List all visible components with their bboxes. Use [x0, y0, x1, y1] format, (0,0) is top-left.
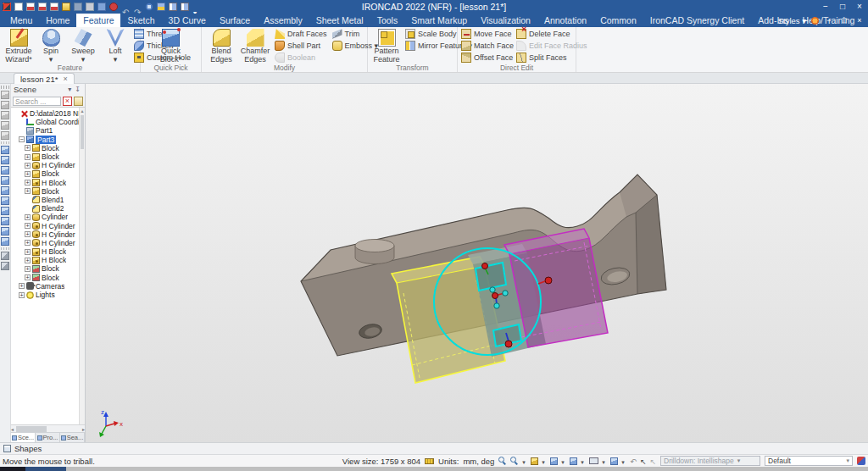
display-config-caret-icon[interactable] [602, 457, 607, 466]
panel-toggle-icon[interactable] [169, 3, 177, 11]
viewport-3d[interactable]: z x [86, 84, 868, 442]
render-mode-caret-icon[interactable] [561, 457, 566, 466]
triball-center-handle-1[interactable] [490, 287, 495, 292]
measure-tool-icon[interactable] [1, 262, 9, 270]
tree-expand-toggle[interactable] [13, 111, 19, 117]
shape-slab-icon[interactable] [1, 197, 9, 205]
triball-center[interactable] [492, 293, 498, 299]
tree-vertical-scrollbar[interactable]: ▴ [79, 108, 85, 424]
tree-item[interactable]: + Block [11, 264, 85, 273]
shape-hole-block-icon[interactable] [1, 217, 9, 225]
window-minimize-button[interactable]: − [817, 0, 834, 14]
tree-item[interactable]: + Block [11, 152, 85, 161]
menu-tab-sheet-metal[interactable]: Sheet Metal [309, 14, 370, 27]
config-icon[interactable] [857, 457, 865, 465]
tree-expand-toggle[interactable]: + [25, 214, 31, 220]
shaded-view-icon[interactable] [570, 457, 577, 465]
menu-tab-3d-curve[interactable]: 3D Curve [162, 14, 213, 27]
export-icon[interactable] [50, 3, 58, 11]
move-face-button[interactable]: Move Face [461, 28, 514, 40]
toolbar-options-caret-icon[interactable] [192, 3, 201, 11]
tree-expand-toggle[interactable]: + [25, 163, 31, 169]
tree-expand-toggle[interactable]: + [25, 145, 31, 151]
open-folder-icon[interactable] [62, 3, 70, 11]
tree-item[interactable]: + Block [11, 169, 85, 178]
doc-close-button[interactable]: × [854, 16, 865, 25]
tree-item[interactable]: − Part3 [11, 136, 85, 144]
zoom-in-icon[interactable] [498, 457, 507, 465]
view-undo-icon[interactable] [630, 457, 637, 466]
compass-icon[interactable] [811, 17, 819, 25]
boolean-split-icon[interactable] [1, 121, 9, 130]
menu-tab-smart-markup[interactable]: Smart Markup [404, 14, 474, 27]
redo-icon[interactable] [133, 3, 142, 11]
save-icon[interactable] [74, 3, 82, 11]
new-scene-icon[interactable] [14, 3, 23, 11]
menu-tab-menu[interactable]: Menu [3, 14, 39, 27]
quick-block-button[interactable]: Quick Block* [152, 28, 190, 64]
shape-hole-cylinder-icon[interactable] [1, 227, 9, 236]
extrude-wizard-button[interactable]: Extrude Wizard* [3, 28, 35, 64]
undo-icon[interactable] [121, 3, 130, 11]
scene-search-input[interactable]: Search ... [13, 97, 61, 106]
tree-item[interactable]: + Cylinder [11, 213, 85, 221]
tree-item[interactable]: + H Cylinder [11, 161, 85, 169]
zoom-options-caret-icon[interactable] [522, 457, 527, 466]
tree-expand-toggle[interactable]: + [25, 188, 31, 194]
window-restore-button[interactable]: □ [834, 0, 851, 14]
import-icon[interactable] [38, 3, 47, 11]
boolean-merge-icon[interactable] [1, 131, 9, 140]
tree-expand-toggle[interactable]: + [25, 231, 31, 237]
boolean-subtract-icon[interactable] [1, 101, 9, 109]
tree-horizontal-scrollbar[interactable]: ◂▸ [11, 424, 85, 432]
tree-expand-toggle[interactable]: + [25, 180, 31, 186]
shell-part-button[interactable]: Shell Part [275, 40, 327, 52]
menu-tab-common[interactable]: Common [593, 14, 643, 27]
open-scene-icon[interactable] [26, 3, 35, 11]
shape-cone-icon[interactable] [1, 176, 9, 185]
tree-item[interactable]: + H Cylinder [11, 230, 85, 239]
scene-mode-caret-icon[interactable] [621, 457, 626, 466]
triball-handle-top[interactable] [482, 263, 488, 269]
document-tab-close-icon[interactable]: × [63, 75, 67, 83]
doc-minimize-button[interactable]: − [824, 16, 834, 25]
triball-handle-bottom[interactable] [505, 341, 512, 347]
tree-expand-toggle[interactable] [25, 206, 31, 212]
render-mode-icon[interactable] [550, 457, 558, 465]
loft-button[interactable]: Loft ▾ [99, 28, 131, 64]
menu-tab-sketch[interactable]: Sketch [120, 14, 161, 27]
tree-expand-toggle[interactable]: + [19, 283, 25, 289]
boolean-button[interactable]: Boolean [275, 52, 327, 64]
menu-tab-assembly[interactable]: Assembly [257, 14, 309, 27]
tree-item[interactable]: + H Cylinder [11, 239, 85, 247]
tree-item[interactable]: Blend1 [11, 196, 85, 204]
select-tool-icon[interactable] [1, 252, 9, 260]
tree-item[interactable]: + Block [11, 187, 85, 196]
tree-expand-toggle[interactable] [19, 128, 25, 134]
shapes-catalog-bar[interactable]: Shapes [0, 442, 868, 455]
panel-tab-search[interactable]: Sea... [60, 433, 85, 442]
toolbar-separator[interactable] [1, 141, 9, 144]
tree-item[interactable]: + H Block [11, 247, 85, 256]
search-filter-icon[interactable] [74, 97, 83, 106]
tree-item[interactable]: D:\data\2018 NEW\Word [11, 109, 85, 118]
menu-tab-tools[interactable]: Tools [370, 14, 405, 27]
split-faces-button[interactable]: Split Faces [516, 52, 587, 64]
panel-pin-icon[interactable]: ↧ [73, 86, 82, 93]
search-clear-icon[interactable]: × [63, 97, 72, 106]
shaded-view-caret-icon[interactable] [581, 457, 586, 466]
panel-tab-scene[interactable]: Sce... [11, 433, 36, 442]
snapshot-icon[interactable] [157, 3, 165, 11]
spin-button[interactable]: Spin ▾ [35, 28, 67, 64]
tree-expand-toggle[interactable] [19, 119, 25, 125]
tree-expand-toggle[interactable] [25, 197, 31, 202]
tree-item[interactable]: Blend2 [11, 204, 85, 213]
tree-item[interactable]: + Block [11, 274, 85, 282]
scene-mode-icon[interactable] [610, 457, 618, 465]
offset-face-button[interactable]: Offset Face [461, 52, 514, 64]
tree-item[interactable]: + H Block [11, 179, 85, 187]
tree-expand-toggle[interactable]: + [19, 292, 25, 298]
menu-tab-feature[interactable]: Feature [76, 14, 120, 27]
window-close-button[interactable]: × [851, 0, 868, 14]
doc-restore-button[interactable]: □ [839, 16, 849, 25]
